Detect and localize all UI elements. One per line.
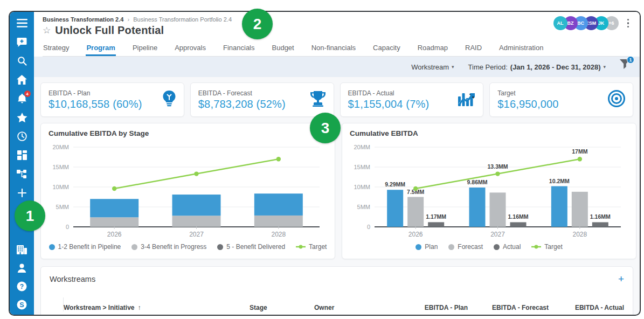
plus-icon[interactable]: [16, 187, 28, 199]
legend-item-target[interactable]: Target: [296, 243, 327, 251]
tab-approvals[interactable]: Approvals: [174, 41, 206, 56]
kpi-value: $16,950,000: [497, 98, 558, 110]
tab-bar: StrategyProgramPipelineApprovalsFinancia…: [43, 41, 631, 57]
tab-capacity[interactable]: Capacity: [372, 41, 401, 56]
star-icon[interactable]: [16, 112, 28, 123]
user-icon[interactable]: [16, 262, 28, 274]
legend-color-swatch: [494, 244, 500, 250]
svg-text:13.3MM: 13.3MM: [488, 163, 508, 170]
help-icon[interactable]: ?: [16, 280, 28, 292]
svg-text:9.29MM: 9.29MM: [385, 181, 405, 188]
legend-item-target[interactable]: Target: [531, 243, 562, 251]
tab-roadmap[interactable]: Roadmap: [417, 41, 448, 56]
menu-icon[interactable]: [16, 17, 28, 29]
kpi-label: Target: [497, 89, 558, 97]
chat-add-icon[interactable]: [16, 36, 28, 48]
tab-financials[interactable]: Financials: [223, 41, 255, 56]
chart-legend: 1-2 Benefit in Pipeline3-4 Benefit in Pr…: [49, 243, 327, 251]
more-options-icon[interactable]: [624, 17, 633, 30]
workstreams-title: Workstreams: [50, 275, 95, 283]
kpi-row: EBITDA - Plan $10,168,558 (60%) EBITDA -…: [40, 82, 633, 117]
breadcrumb-parent[interactable]: Business Transformation 2.4: [43, 16, 123, 23]
chart-title: Cumulative EBITDA by Stage: [49, 129, 327, 137]
tab-strategy[interactable]: Strategy: [43, 41, 70, 56]
legend-item-actual[interactable]: Actual: [494, 243, 521, 251]
column-header-ebitda-forecast[interactable]: EBITDA - Forecast: [468, 304, 549, 311]
legend-color-swatch: [131, 244, 137, 250]
kpi-label: EBITDA - Plan: [49, 89, 142, 97]
svg-text:0: 0: [367, 224, 370, 230]
hierarchy-icon[interactable]: [16, 168, 28, 180]
search-icon[interactable]: [16, 55, 28, 67]
kpi-label: EBITDA - Forecast: [198, 89, 286, 97]
kpi-card-ebitda-plan[interactable]: EBITDA - Plan $10,168,558 (60%): [40, 82, 184, 117]
svg-text:2028: 2028: [271, 231, 286, 238]
time-period-dropdown[interactable]: Time Period: (Jan 1, 2026 - Dec 31, 2028…: [468, 63, 606, 71]
svg-text:15MM: 15MM: [52, 164, 69, 170]
filter-count-badge: 1: [627, 56, 634, 64]
breadcrumb-current[interactable]: Business Transformation Portfolio 2.4: [133, 16, 232, 23]
s-logo-icon[interactable]: S: [16, 299, 28, 310]
favorite-star-icon[interactable]: ☆: [43, 26, 51, 35]
tab-budget[interactable]: Budget: [272, 41, 295, 56]
kpi-card-ebitda-forecast[interactable]: EBITDA - Forecast $8,783,208 (52%): [190, 82, 334, 117]
column-header-owner[interactable]: Owner: [314, 304, 398, 311]
svg-text:0: 0: [66, 224, 69, 230]
chart-title: Cumulative EBITDA: [350, 129, 628, 137]
legend-item-3-4-benefit-in-progress[interactable]: 3-4 Benefit in Progress: [131, 243, 206, 251]
breadcrumb: Business Transformation 2.4 › Business T…: [43, 15, 631, 23]
filter-funnel-icon[interactable]: 1: [620, 59, 630, 71]
grid-icon[interactable]: [16, 149, 28, 161]
svg-text:2028: 2028: [572, 231, 587, 238]
svg-text:5MM: 5MM: [56, 204, 69, 210]
svg-text:2027: 2027: [189, 231, 204, 238]
avatar-AL[interactable]: AL: [553, 16, 567, 30]
tab-non-financials[interactable]: Non-financials: [311, 41, 356, 56]
kpi-label: EBITDA - Actual: [348, 89, 430, 97]
tab-raid[interactable]: RAID: [465, 41, 482, 56]
legend-color-swatch: [448, 244, 454, 250]
chart-legend: PlanForecastActualTarget: [350, 243, 628, 251]
chart-card-cumulative-ebitda-by-stage: Cumulative EBITDA by Stage 05MM10MM15MM2…: [40, 123, 335, 259]
breadcrumb-separator: ›: [127, 16, 129, 23]
kpi-card-target[interactable]: Target $16,950,000: [489, 82, 633, 117]
svg-text:10MM: 10MM: [354, 184, 370, 190]
bell-icon[interactable]: 4: [16, 93, 28, 105]
expand-column-spacer: [50, 297, 64, 311]
tab-pipeline[interactable]: Pipeline: [132, 41, 158, 56]
clock-icon[interactable]: [16, 130, 28, 142]
sidebar: 4 ?: [10, 12, 34, 315]
notification-badge: 4: [24, 91, 31, 97]
legend-item-forecast[interactable]: Forecast: [448, 243, 483, 251]
add-workstream-button[interactable]: +: [618, 274, 624, 284]
home-icon[interactable]: [16, 74, 28, 86]
kpi-value: $1,155,004 (7%): [348, 98, 430, 110]
svg-text:2027: 2027: [490, 231, 505, 238]
annotation-callout-3: 3: [310, 113, 341, 143]
workstreams-section: Workstreams + Workstream > Initiative↑St…: [40, 266, 633, 315]
chevron-down-icon: ▾: [452, 64, 454, 70]
kpi-card-ebitda-actual[interactable]: EBITDA - Actual $1,155,004 (7%): [340, 82, 484, 117]
building-icon[interactable]: [16, 244, 28, 255]
column-header-ebitda-actual[interactable]: EBITDA - Actual: [549, 304, 624, 311]
legend-item-5-benefit-delivered[interactable]: 5 - Benefit Delivered: [217, 243, 285, 251]
tab-administration[interactable]: Administration: [498, 41, 544, 56]
svg-text:10.2MM: 10.2MM: [549, 178, 570, 184]
workstreams-table-header: Workstream > Initiative↑StageOwnerEBITDA…: [50, 297, 624, 315]
annotation-callout-1: 1: [15, 200, 45, 231]
svg-text:1.17MM: 1.17MM: [426, 213, 446, 220]
svg-text:9.86MM: 9.86MM: [467, 179, 488, 185]
column-header-ebitda-plan[interactable]: EBITDA - Plan: [398, 304, 468, 311]
svg-text:2026: 2026: [107, 231, 122, 238]
tab-program[interactable]: Program: [86, 41, 115, 56]
column-header-stage[interactable]: Stage: [250, 304, 314, 311]
legend-item-plan[interactable]: Plan: [416, 243, 438, 251]
target-line-swatch: [531, 244, 541, 249]
legend-item-1-2-benefit-in-pipeline[interactable]: 1-2 Benefit in Pipeline: [49, 243, 121, 251]
target-line-swatch: [296, 244, 306, 249]
svg-text:2026: 2026: [408, 231, 423, 238]
svg-text:10MM: 10MM: [52, 184, 69, 190]
workstream-dropdown[interactable]: Workstream ▾: [411, 63, 454, 71]
column-header-workstream-initiative[interactable]: Workstream > Initiative↑: [64, 304, 250, 311]
chart-card-cumulative-ebitda: Cumulative EBITDA 05MM10MM15MM20MM202620…: [342, 123, 636, 259]
